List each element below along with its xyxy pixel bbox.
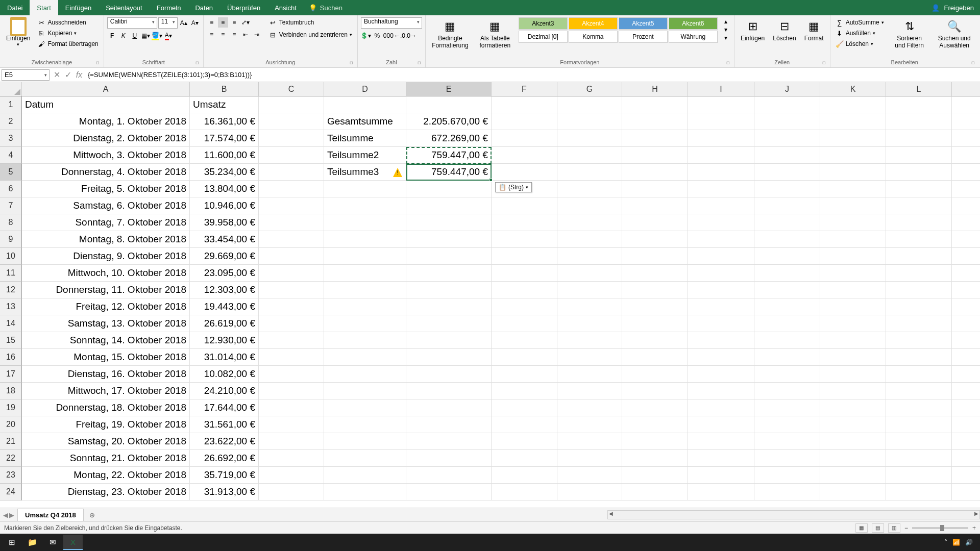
column-header-I[interactable]: I bbox=[688, 82, 754, 96]
column-header-K[interactable]: K bbox=[820, 82, 886, 96]
cell-L11[interactable] bbox=[886, 265, 952, 282]
ribbon-tab-überprüfen[interactable]: Überprüfen bbox=[220, 0, 267, 15]
column-header-B[interactable]: B bbox=[190, 82, 259, 96]
cell-G12[interactable] bbox=[557, 282, 622, 298]
cell-style-w-hrung[interactable]: Währung bbox=[669, 31, 718, 43]
name-box[interactable]: E5 bbox=[2, 69, 50, 81]
row-header-22[interactable]: 22 bbox=[0, 450, 22, 467]
cell-F18[interactable] bbox=[492, 383, 557, 399]
cell-I24[interactable] bbox=[688, 484, 754, 500]
tray-volume-icon[interactable]: 🔊 bbox=[965, 539, 973, 546]
insert-cells-button[interactable]: ⊞Einfügen bbox=[738, 17, 768, 43]
cell-E19[interactable] bbox=[406, 399, 492, 416]
cell-M17[interactable] bbox=[952, 366, 980, 383]
row-header-24[interactable]: 24 bbox=[0, 484, 22, 500]
cell-F10[interactable] bbox=[492, 248, 557, 265]
cell-B9[interactable]: 33.454,00 € bbox=[190, 231, 259, 248]
cell-M16[interactable] bbox=[952, 349, 980, 366]
cell-K21[interactable] bbox=[820, 433, 886, 450]
row-header-23[interactable]: 23 bbox=[0, 467, 22, 484]
cell-B17[interactable]: 10.082,00 € bbox=[190, 366, 259, 383]
merge-center-button[interactable]: ⊟Verbinden und zentrieren▾ bbox=[267, 30, 354, 40]
cell-L18[interactable] bbox=[886, 383, 952, 399]
cell-J20[interactable] bbox=[754, 416, 820, 433]
cell-K12[interactable] bbox=[820, 282, 886, 298]
cell-H2[interactable] bbox=[622, 113, 688, 130]
cell-D5[interactable]: Teilsumme3 bbox=[324, 164, 406, 181]
font-color-button[interactable]: A▾ bbox=[163, 31, 174, 41]
cell-L22[interactable] bbox=[886, 450, 952, 467]
cell-K18[interactable] bbox=[820, 383, 886, 399]
cell-E6[interactable] bbox=[406, 181, 492, 197]
cell-C5[interactable] bbox=[259, 164, 324, 181]
row-header-3[interactable]: 3 bbox=[0, 130, 22, 147]
cell-A16[interactable]: Montag, 15. Oktober 2018 bbox=[22, 349, 190, 366]
cell-L2[interactable] bbox=[886, 113, 952, 130]
cell-E23[interactable] bbox=[406, 467, 492, 484]
cell-J2[interactable] bbox=[754, 113, 820, 130]
cell-M23[interactable] bbox=[952, 467, 980, 484]
column-header-M[interactable]: M bbox=[952, 82, 980, 96]
cell-J3[interactable] bbox=[754, 130, 820, 147]
cell-D7[interactable] bbox=[324, 197, 406, 214]
cell-H5[interactable] bbox=[622, 164, 688, 181]
cell-A22[interactable]: Sonntag, 21. Oktober 2018 bbox=[22, 450, 190, 467]
cell-C6[interactable] bbox=[259, 181, 324, 197]
cell-G15[interactable] bbox=[557, 332, 622, 349]
cell-G9[interactable] bbox=[557, 231, 622, 248]
cell-L7[interactable] bbox=[886, 197, 952, 214]
bold-button[interactable]: F bbox=[107, 31, 117, 41]
align-top-button[interactable]: ≡ bbox=[207, 17, 217, 28]
cell-B2[interactable]: 16.361,00 € bbox=[190, 113, 259, 130]
cell-F24[interactable] bbox=[492, 484, 557, 500]
cell-C4[interactable] bbox=[259, 147, 324, 164]
cell-A18[interactable]: Mittwoch, 17. Oktober 2018 bbox=[22, 383, 190, 399]
tray-up-icon[interactable]: ˄ bbox=[944, 539, 947, 546]
increase-font-button[interactable]: A▴ bbox=[179, 18, 189, 28]
cell-E11[interactable] bbox=[406, 265, 492, 282]
cell-style-akzent4[interactable]: Akzent4 bbox=[569, 17, 618, 30]
cell-M24[interactable] bbox=[952, 484, 980, 500]
cell-H24[interactable] bbox=[622, 484, 688, 500]
cell-L21[interactable] bbox=[886, 433, 952, 450]
font-size-select[interactable]: 11 bbox=[158, 17, 178, 29]
cell-B21[interactable]: 23.622,00 € bbox=[190, 433, 259, 450]
cell-H20[interactable] bbox=[622, 416, 688, 433]
cell-G16[interactable] bbox=[557, 349, 622, 366]
cell-M5[interactable] bbox=[952, 164, 980, 181]
cell-I11[interactable] bbox=[688, 265, 754, 282]
column-header-D[interactable]: D bbox=[324, 82, 406, 96]
row-header-6[interactable]: 6 bbox=[0, 181, 22, 197]
cell-E14[interactable] bbox=[406, 315, 492, 332]
cell-F21[interactable] bbox=[492, 433, 557, 450]
taskbar-explorer[interactable]: 📁 bbox=[22, 535, 42, 550]
cell-B11[interactable]: 23.095,00 € bbox=[190, 265, 259, 282]
cell-D16[interactable] bbox=[324, 349, 406, 366]
column-header-C[interactable]: C bbox=[259, 82, 324, 96]
cell-K16[interactable] bbox=[820, 349, 886, 366]
cell-C19[interactable] bbox=[259, 399, 324, 416]
cell-G17[interactable] bbox=[557, 366, 622, 383]
row-header-19[interactable]: 19 bbox=[0, 399, 22, 416]
sheet-nav-prev[interactable]: ◀ bbox=[3, 511, 8, 519]
cell-J18[interactable] bbox=[754, 383, 820, 399]
cell-H8[interactable] bbox=[622, 214, 688, 231]
cell-H7[interactable] bbox=[622, 197, 688, 214]
cell-L10[interactable] bbox=[886, 248, 952, 265]
cell-E9[interactable] bbox=[406, 231, 492, 248]
cell-I22[interactable] bbox=[688, 450, 754, 467]
select-all-corner[interactable] bbox=[0, 82, 22, 96]
row-header-4[interactable]: 4 bbox=[0, 147, 22, 164]
cell-A1[interactable]: Datum bbox=[22, 96, 190, 113]
cell-style-komma[interactable]: Komma bbox=[569, 31, 618, 43]
align-right-button[interactable]: ≡ bbox=[229, 30, 239, 40]
cell-C24[interactable] bbox=[259, 484, 324, 500]
cell-C10[interactable] bbox=[259, 248, 324, 265]
cell-K14[interactable] bbox=[820, 315, 886, 332]
cell-E1[interactable] bbox=[406, 96, 492, 113]
cell-B8[interactable]: 39.958,00 € bbox=[190, 214, 259, 231]
cell-B24[interactable]: 31.913,00 € bbox=[190, 484, 259, 500]
cell-D14[interactable] bbox=[324, 315, 406, 332]
cell-L8[interactable] bbox=[886, 214, 952, 231]
cell-J24[interactable] bbox=[754, 484, 820, 500]
